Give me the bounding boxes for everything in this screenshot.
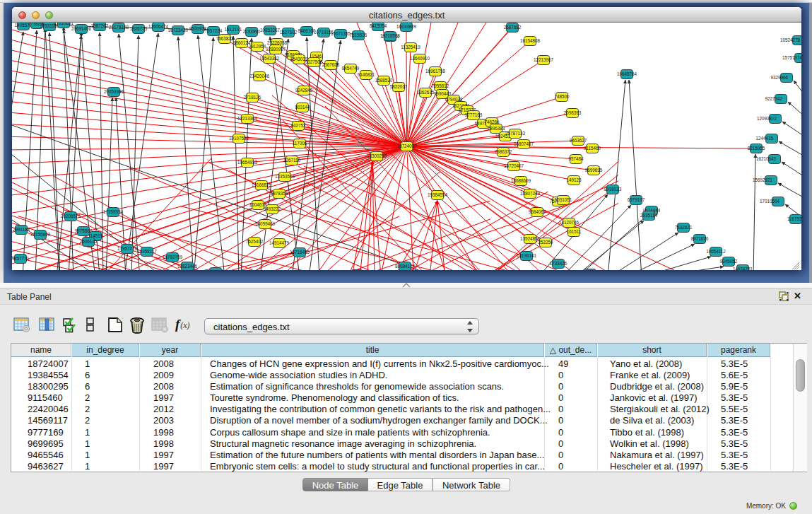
- svg-text:9463627: 9463627: [570, 138, 587, 143]
- svg-text:1031051: 1031051: [555, 197, 572, 202]
- svg-text:14624751: 14624751: [733, 267, 753, 270]
- svg-text:16807487: 16807487: [514, 141, 534, 146]
- svg-text:6379197: 6379197: [628, 197, 645, 202]
- svg-text:1527602: 1527602: [280, 30, 298, 35]
- svg-text:15720407: 15720407: [504, 163, 524, 168]
- svg-text:7663822: 7663822: [216, 36, 234, 41]
- svg-text:1812191: 1812191: [225, 27, 242, 32]
- svg-text:9245052: 9245052: [720, 259, 738, 264]
- svg-text:9327508: 9327508: [305, 59, 323, 64]
- svg-text:2505135: 2505135: [80, 239, 98, 244]
- svg-text:149123: 149123: [566, 177, 582, 182]
- svg-text:25787133: 25787133: [505, 131, 526, 136]
- svg-text:5878354: 5878354: [271, 191, 288, 196]
- svg-text:20053346: 20053346: [104, 89, 124, 94]
- svg-text:2935114: 2935114: [640, 213, 658, 218]
- svg-text:14958117: 14958117: [137, 249, 157, 254]
- svg-text:9975867: 9975867: [75, 228, 93, 233]
- svg-text:14120746: 14120746: [559, 220, 579, 225]
- svg-text:9115460: 9115460: [584, 146, 601, 151]
- svg-text:17359934: 17359934: [103, 209, 124, 214]
- svg-text:23178108: 23178108: [109, 25, 129, 30]
- svg-text:2193990: 2193990: [243, 29, 261, 34]
- svg-text:2896383: 2896383: [488, 126, 505, 131]
- svg-text:9329966: 9329966: [770, 75, 788, 80]
- svg-text:957484: 957484: [568, 156, 584, 161]
- svg-text:(x): (x): [180, 320, 190, 330]
- svg-text:942752: 942752: [290, 123, 306, 128]
- svg-text:16033809: 16033809: [396, 24, 417, 29]
- svg-text:7986372: 7986372: [495, 149, 512, 154]
- svg-text:9242848: 9242848: [295, 88, 313, 93]
- svg-text:17957275: 17957275: [117, 246, 138, 251]
- svg-text:8413054: 8413054: [370, 23, 387, 28]
- svg-text:9777169: 9777169: [465, 112, 483, 117]
- svg-text:88084124: 88084124: [395, 264, 416, 269]
- svg-text:8215955: 8215955: [748, 146, 765, 151]
- svg-text:98723430: 98723430: [168, 28, 189, 33]
- svg-text:8454749: 8454749: [342, 66, 360, 71]
- svg-text:1387262: 1387262: [91, 23, 109, 28]
- svg-text:1167534: 1167534: [787, 216, 801, 221]
- svg-text:748500: 748500: [554, 94, 570, 99]
- svg-text:9227342: 9227342: [765, 96, 782, 101]
- svg-text:18724007: 18724007: [396, 144, 417, 148]
- svg-text:252254: 252254: [538, 240, 553, 245]
- svg-text:15135427: 15135427: [206, 269, 226, 270]
- svg-text:10524278: 10524278: [780, 37, 801, 42]
- svg-text:12213369: 12213369: [237, 116, 258, 121]
- svg-text:10648784: 10648784: [617, 71, 637, 76]
- svg-text:12156809: 12156809: [30, 232, 51, 237]
- svg-text:9457771: 9457771: [12, 256, 30, 261]
- svg-text:18300295: 18300295: [367, 153, 387, 158]
- svg-text:7625402: 7625402: [246, 239, 264, 244]
- svg-text:7955812: 7955812: [432, 83, 449, 88]
- svg-text:2991183: 2991183: [13, 227, 30, 232]
- svg-text:19654933: 19654933: [237, 160, 258, 165]
- svg-text:19218586: 19218586: [380, 33, 401, 38]
- svg-text:23420046: 23420046: [249, 74, 270, 78]
- svg-text:9699695: 9699695: [585, 168, 603, 173]
- svg-text:1733426: 1733426: [550, 261, 567, 266]
- svg-text:12823446: 12823446: [177, 264, 198, 269]
- svg-text:5822017: 5822017: [390, 84, 408, 89]
- svg-text:20691406: 20691406: [71, 26, 92, 31]
- svg-text:18688609: 18688609: [511, 178, 531, 183]
- svg-text:17010504: 17010504: [760, 199, 780, 204]
- svg-text:16210643: 16210643: [756, 156, 777, 161]
- svg-text:15751074: 15751074: [782, 55, 801, 60]
- svg-text:117006: 117006: [293, 141, 307, 146]
- svg-text:1244415: 1244415: [755, 136, 773, 141]
- svg-text:161511: 161511: [567, 229, 582, 234]
- svg-text:10107552: 10107552: [229, 136, 249, 141]
- svg-text:10853287: 10853287: [260, 28, 281, 33]
- svg-text:2687682: 2687682: [504, 25, 522, 30]
- svg-text:92880957: 92880957: [266, 47, 286, 52]
- svg-text:9684067: 9684067: [529, 209, 546, 214]
- svg-text:2367608: 2367608: [322, 62, 340, 67]
- svg-text:16154808: 16154808: [520, 38, 541, 43]
- svg-text:7357224: 7357224: [205, 28, 223, 33]
- svg-text:3267110: 3267110: [283, 158, 301, 163]
- svg-text:3912954: 3912954: [249, 44, 266, 49]
- svg-text:12213967: 12213967: [534, 57, 554, 62]
- svg-text:1326773: 1326773: [130, 26, 148, 31]
- svg-text:14914479: 14914479: [269, 240, 290, 245]
- svg-text:19384554: 19384554: [428, 192, 448, 197]
- svg-text:16961758: 16961758: [425, 69, 446, 74]
- svg-text:12606474: 12606474: [148, 24, 169, 29]
- svg-text:16782759: 16782759: [163, 255, 183, 259]
- svg-text:2718126: 2718126: [244, 95, 261, 100]
- svg-text:803144: 803144: [295, 105, 310, 110]
- svg-text:10671355: 10671355: [331, 31, 351, 36]
- svg-text:7515526: 7515526: [350, 33, 367, 37]
- svg-text:12093872: 12093872: [757, 116, 777, 121]
- svg-text:14136141: 14136141: [517, 253, 537, 258]
- svg-text:13524851: 13524851: [520, 236, 541, 241]
- svg-text:2098393: 2098393: [564, 110, 582, 115]
- svg-text:27010651: 27010651: [54, 23, 74, 25]
- svg-text:15716485: 15716485: [290, 250, 310, 255]
- svg-text:54099469: 54099469: [255, 221, 276, 226]
- svg-text:7632621: 7632621: [675, 225, 693, 230]
- svg-text:10654112: 10654112: [706, 249, 726, 254]
